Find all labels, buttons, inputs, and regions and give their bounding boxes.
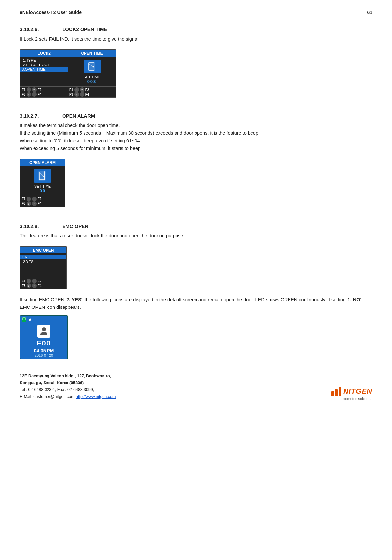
emc-plus-btn[interactable]: +	[32, 279, 37, 283]
page-footer: 12F, Daemyung Valeon bldg., 127, Beobwon…	[20, 369, 372, 401]
open-time-door-icon-area	[84, 60, 101, 73]
open-time-body: SET TIME 003	[68, 57, 116, 86]
section-326-desc: If Lock 2 sets FAIL IND, it sets the tim…	[20, 35, 372, 43]
section-327-title: 3.10.2.7. OPEN ALARM	[20, 113, 372, 119]
lock2-plus-btn[interactable]: +	[32, 87, 37, 92]
ds-lock-icon	[28, 317, 32, 321]
lock2-minus-btn[interactable]: −	[27, 87, 31, 92]
nitgen-bar-2	[335, 389, 338, 396]
ot-plus-btn[interactable]: +	[80, 87, 84, 92]
section-327-heading: OPEN ALARM	[62, 113, 95, 119]
open-alarm-header: OPEN ALARM	[20, 159, 65, 166]
nitgen-logo: NITGEN biometric solutions	[331, 387, 372, 401]
svg-rect-13	[29, 319, 31, 321]
lock2-menu-result-out: 2.RESULT OUT	[23, 63, 65, 67]
emc-f4: F4	[38, 284, 42, 288]
ds-main: F00 04:35 PM 2016-07-20	[20, 323, 67, 359]
footer-line2: Songpa-gu, Seoul, Korea (05836)	[20, 381, 84, 385]
emc-no-bold: 1. NO'	[348, 297, 361, 302]
lock2-f4: F4	[38, 93, 42, 96]
open-alarm-footer: F1 − + F2 F3 ↓ ↑ F4	[20, 196, 65, 207]
open-alarm-set-time-value: 00	[23, 188, 62, 193]
footer-link[interactable]: http://www.nitgen.com	[76, 394, 116, 399]
oa-down-btn[interactable]: ↓	[27, 201, 31, 206]
ot-down-btn[interactable]: ↓	[74, 92, 79, 97]
nitgen-bar-1	[331, 391, 334, 396]
svg-rect-10	[22, 318, 26, 320]
oa-f1: F1	[22, 197, 26, 201]
oa-f3: F3	[22, 202, 26, 205]
footer-address: 12F, Daemyung Valeon bldg., 127, Beobwon…	[20, 373, 116, 401]
lock2-header: LOCK2	[20, 50, 68, 57]
emc-body: 1.NO 2.YES	[20, 253, 66, 278]
emc-down-btn[interactable]: ↓	[27, 283, 31, 288]
open-time-panel: OPEN TIME SET TIME 003 F1	[68, 50, 116, 97]
lock2-panel: LOCK2 1.TYPE 2.RESULT OUT 3.OPEN TIME F1…	[20, 50, 68, 97]
lock2-menu-type: 1.TYPE	[23, 58, 65, 63]
oa-up-btn[interactable]: ↑	[32, 201, 37, 206]
ds-person-icon	[37, 325, 50, 338]
emc-menu-no: 1.NO	[20, 255, 66, 259]
lock2-up-btn[interactable]: ↑	[32, 92, 37, 97]
lock2-down-btn[interactable]: ↓	[27, 92, 31, 97]
emc-header: EMC OPEN	[20, 247, 66, 253]
ot-f4: F4	[85, 93, 89, 96]
lock2-menu-open-time: 3.OPEN TIME	[20, 67, 68, 72]
ot-minus-btn[interactable]: −	[74, 87, 79, 92]
emc-open-device: EMC OPEN 1.NO 2.YES F1 − + F2 F3 ↓ ↑ F4	[20, 246, 67, 289]
section-328: 3.10.2.8. EMC OPEN This feature is that …	[20, 223, 372, 359]
desc-line-1: It makes the terminal check the door ope…	[20, 122, 372, 129]
section-326: 3.10.2.6. LOCK2 OPEN TIME If Lock 2 sets…	[20, 27, 372, 104]
nitgen-sub-text: biometric solutions	[343, 397, 372, 401]
ds-fcode: F00	[37, 339, 51, 347]
open-time-header: OPEN TIME	[68, 50, 116, 57]
section-327-number: 3.10.2.7.	[20, 113, 49, 119]
ot-up-btn[interactable]: ↑	[80, 92, 84, 97]
ds-time: 04:35 PM	[34, 348, 54, 353]
desc-line-2: If the setting time (Minimum 5 seconds ~…	[20, 129, 372, 137]
lock2-f2: F2	[38, 88, 42, 92]
header-page-number: 61	[367, 10, 372, 15]
emc-f3: F3	[22, 284, 26, 288]
emc-f1: F1	[22, 279, 26, 283]
ds-date: 2016-07-20	[35, 353, 53, 357]
oa-plus-btn[interactable]: +	[32, 197, 37, 201]
lock2-footer: F1 − + F2 F3 ↓ ↑ F4	[20, 86, 68, 97]
oa-f4: F4	[38, 202, 42, 205]
oa-minus-btn[interactable]: −	[27, 197, 31, 201]
section-328-desc: This feature is that a user doesn't lock…	[20, 232, 372, 240]
ot-f2: F2	[85, 88, 89, 92]
section-326-title: 3.10.2.6. LOCK2 OPEN TIME	[20, 27, 372, 32]
lock2-f1: F1	[22, 88, 26, 92]
emc-minus-btn[interactable]: −	[27, 279, 31, 283]
ot-f3: F3	[69, 93, 73, 96]
default-screen-device: F00 04:35 PM 2016-07-20	[20, 315, 68, 359]
ds-topbar	[20, 316, 67, 323]
section-326-number: 3.10.2.6.	[20, 27, 49, 32]
section-328-title: 3.10.2.8. EMC OPEN	[20, 223, 372, 229]
lock2-body: 1.TYPE 2.RESULT OUT 3.OPEN TIME	[20, 57, 68, 86]
section-327: 3.10.2.7. OPEN ALARM It makes the termin…	[20, 113, 372, 214]
section-328-after-text: If setting EMC OPEN '2. YES', the follow…	[20, 296, 372, 311]
header-title: eNBioAccess-T2 User Guide	[20, 10, 82, 15]
oa-f2: F2	[38, 197, 42, 201]
emc-menu-yes: 2.YES	[23, 259, 64, 264]
nitgen-brand-text: NITGEN	[343, 387, 372, 396]
open-alarm-set-time-label: SET TIME	[23, 184, 62, 188]
footer-line4: E-Mail :customer@nitgen.com http://www.n…	[20, 394, 116, 399]
footer-line1: 12F, Daemyung Valeon bldg., 127, Beobwon…	[20, 374, 111, 378]
open-time-set-time-label: SET TIME	[71, 75, 113, 79]
section-327-desc: It makes the terminal check the door ope…	[20, 122, 372, 152]
open-alarm-body: SET TIME 00	[20, 166, 65, 196]
emc-footer: F1 − + F2 F3 ↓ ↑ F4	[20, 278, 66, 289]
desc-line-3: When setting to '00', it doesn't beep ev…	[20, 137, 372, 145]
desc-line-4: When exceeding 5 seconds for minimum, it…	[20, 145, 372, 152]
emc-yes-bold: 2. YES	[66, 297, 81, 302]
emc-up-btn[interactable]: ↑	[32, 283, 37, 288]
lock2-f3: F3	[22, 93, 26, 96]
section-328-heading: EMC OPEN	[62, 223, 88, 229]
section-328-number: 3.10.2.8.	[20, 223, 49, 229]
open-alarm-device: OPEN ALARM SET TIME 00 F1 − + F2	[20, 159, 65, 207]
nitgen-bar-3	[339, 387, 341, 396]
nitgen-bars	[331, 387, 341, 396]
